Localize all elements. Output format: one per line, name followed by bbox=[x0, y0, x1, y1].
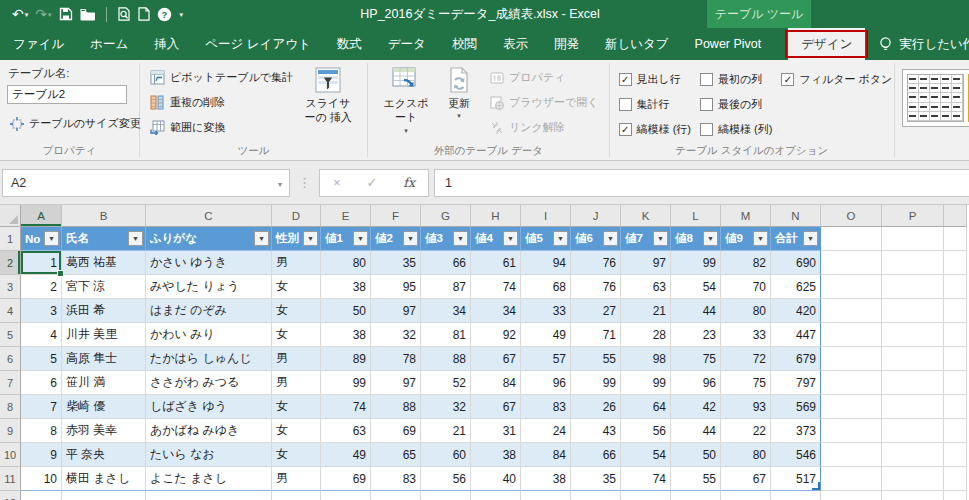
cell-D10[interactable]: 女 bbox=[272, 443, 321, 467]
row-header-1[interactable]: 1 bbox=[0, 227, 21, 251]
column-header-G[interactable]: G bbox=[421, 205, 471, 227]
cell-K8[interactable]: 64 bbox=[621, 395, 671, 419]
cell-M3[interactable]: 70 bbox=[721, 275, 771, 299]
cell-P10[interactable] bbox=[882, 443, 944, 467]
checkbox-style-option-3[interactable]: ✓縞模様 (行) bbox=[619, 117, 691, 142]
cell-O12[interactable] bbox=[821, 491, 882, 500]
cell-M12[interactable] bbox=[721, 491, 771, 500]
filter-button[interactable]: ▼ bbox=[254, 231, 269, 246]
export-button[interactable]: エクスポート ▾ bbox=[375, 65, 437, 140]
filter-button[interactable]: ▼ bbox=[128, 231, 143, 246]
column-header-A[interactable]: A bbox=[21, 205, 62, 227]
cell-I3[interactable]: 68 bbox=[521, 275, 571, 299]
cell-E11[interactable]: 69 bbox=[321, 467, 371, 491]
ribbon-tab-8[interactable]: 表示 bbox=[490, 28, 541, 60]
cell-I2[interactable]: 94 bbox=[521, 251, 571, 275]
cell-N3[interactable]: 625 bbox=[771, 275, 821, 299]
filter-button[interactable]: ▼ bbox=[603, 231, 618, 246]
cell-B10[interactable]: 平 奈央 bbox=[62, 443, 146, 467]
cell-D7[interactable]: 男 bbox=[272, 371, 321, 395]
cell-M4[interactable]: 80 bbox=[721, 299, 771, 323]
cell-B7[interactable]: 笹川 満 bbox=[62, 371, 146, 395]
cell-overflow11[interactable] bbox=[944, 467, 967, 491]
insert-function-icon[interactable]: fx bbox=[403, 175, 415, 190]
cell-J12[interactable] bbox=[571, 491, 621, 500]
cell-C4[interactable]: はまだ のぞみ bbox=[146, 299, 272, 323]
table-header-cell-A1[interactable]: No▼ bbox=[21, 227, 62, 251]
cell-N10[interactable]: 546 bbox=[771, 443, 821, 467]
cell-G7[interactable]: 52 bbox=[421, 371, 471, 395]
column-header-B[interactable]: B bbox=[62, 205, 146, 227]
remove-duplicates-button[interactable]: 重複の削除 bbox=[147, 90, 296, 115]
cell-A9[interactable]: 8 bbox=[21, 419, 62, 443]
tell-me-box[interactable]: 実行したい作業を入力して bbox=[879, 28, 969, 60]
cell-M10[interactable]: 80 bbox=[721, 443, 771, 467]
cell-E4[interactable]: 50 bbox=[321, 299, 371, 323]
cell-P9[interactable] bbox=[882, 419, 944, 443]
filter-button[interactable]: ▼ bbox=[453, 231, 468, 246]
cell-overflow10[interactable] bbox=[944, 443, 967, 467]
cell-E5[interactable]: 38 bbox=[321, 323, 371, 347]
table-header-cell-B1[interactable]: 氏名▼ bbox=[62, 227, 146, 251]
cell-N4[interactable]: 420 bbox=[771, 299, 821, 323]
cell-L6[interactable]: 75 bbox=[671, 347, 721, 371]
cell-F12[interactable] bbox=[371, 491, 421, 500]
filter-button[interactable]: ▼ bbox=[803, 231, 818, 246]
table-style-preview-plain[interactable] bbox=[907, 74, 964, 122]
checkbox-unchecked-icon[interactable] bbox=[700, 123, 713, 136]
column-header-H[interactable]: H bbox=[471, 205, 521, 227]
filter-button[interactable]: ▼ bbox=[553, 231, 568, 246]
filter-button[interactable]: ▼ bbox=[353, 231, 368, 246]
cell-overflow9[interactable] bbox=[944, 419, 967, 443]
cell-I12[interactable] bbox=[521, 491, 571, 500]
cell-L5[interactable]: 23 bbox=[671, 323, 721, 347]
row-header-7[interactable]: 7 bbox=[0, 371, 21, 395]
cell-N12[interactable] bbox=[771, 491, 821, 500]
table-header-cell-N1[interactable]: 合計▼ bbox=[771, 227, 821, 251]
table-header-cell-H1[interactable]: 値4▼ bbox=[471, 227, 521, 251]
cell-C5[interactable]: かわい みり bbox=[146, 323, 272, 347]
cell-L3[interactable]: 54 bbox=[671, 275, 721, 299]
table-header-cell-F1[interactable]: 値2▼ bbox=[371, 227, 421, 251]
checkbox-unchecked-icon[interactable] bbox=[619, 98, 632, 111]
cell-J8[interactable]: 26 bbox=[571, 395, 621, 419]
cell-O5[interactable] bbox=[821, 323, 882, 347]
ribbon-tab-4[interactable]: ページ レイアウト bbox=[192, 28, 324, 60]
row-header-5[interactable]: 5 bbox=[0, 323, 21, 347]
cell-H5[interactable]: 92 bbox=[471, 323, 521, 347]
cell-C7[interactable]: ささがわ みつる bbox=[146, 371, 272, 395]
table-header-cell-D1[interactable]: 性別▼ bbox=[272, 227, 321, 251]
cell-N9[interactable]: 373 bbox=[771, 419, 821, 443]
confirm-entry-icon[interactable]: ✓ bbox=[367, 175, 378, 190]
cell-D5[interactable]: 女 bbox=[272, 323, 321, 347]
cell-C6[interactable]: たかはら しゅんじ bbox=[146, 347, 272, 371]
cell-D11[interactable]: 男 bbox=[272, 467, 321, 491]
cell-L11[interactable]: 55 bbox=[671, 467, 721, 491]
cell-B8[interactable]: 柴崎 優 bbox=[62, 395, 146, 419]
cell-H6[interactable]: 67 bbox=[471, 347, 521, 371]
refresh-button[interactable]: 更新 ▾ bbox=[437, 65, 481, 140]
open-icon[interactable] bbox=[80, 8, 96, 21]
ribbon-tab-6[interactable]: データ bbox=[375, 28, 439, 60]
cell-A5[interactable]: 4 bbox=[21, 323, 62, 347]
cell-B6[interactable]: 高原 隼士 bbox=[62, 347, 146, 371]
cell-P8[interactable] bbox=[882, 395, 944, 419]
filter-button[interactable]: ▼ bbox=[503, 231, 518, 246]
cell-M6[interactable]: 72 bbox=[721, 347, 771, 371]
checkbox-style-option-2[interactable]: 集計行 bbox=[619, 92, 691, 117]
cell-P2[interactable] bbox=[882, 251, 944, 275]
row-header-9[interactable]: 9 bbox=[0, 419, 21, 443]
cell-overflow3[interactable] bbox=[944, 275, 967, 299]
cell-O2[interactable] bbox=[821, 251, 882, 275]
cell-F2[interactable]: 35 bbox=[371, 251, 421, 275]
cell-J9[interactable]: 43 bbox=[571, 419, 621, 443]
cell-P4[interactable] bbox=[882, 299, 944, 323]
ribbon-tab-2[interactable]: ホーム bbox=[77, 28, 141, 60]
cell-L2[interactable]: 99 bbox=[671, 251, 721, 275]
cell-M9[interactable]: 22 bbox=[721, 419, 771, 443]
cell-B11[interactable]: 横田 まさし bbox=[62, 467, 146, 491]
cell-J10[interactable]: 66 bbox=[571, 443, 621, 467]
cell-D4[interactable]: 女 bbox=[272, 299, 321, 323]
cell-P5[interactable] bbox=[882, 323, 944, 347]
cell-H4[interactable]: 34 bbox=[471, 299, 521, 323]
